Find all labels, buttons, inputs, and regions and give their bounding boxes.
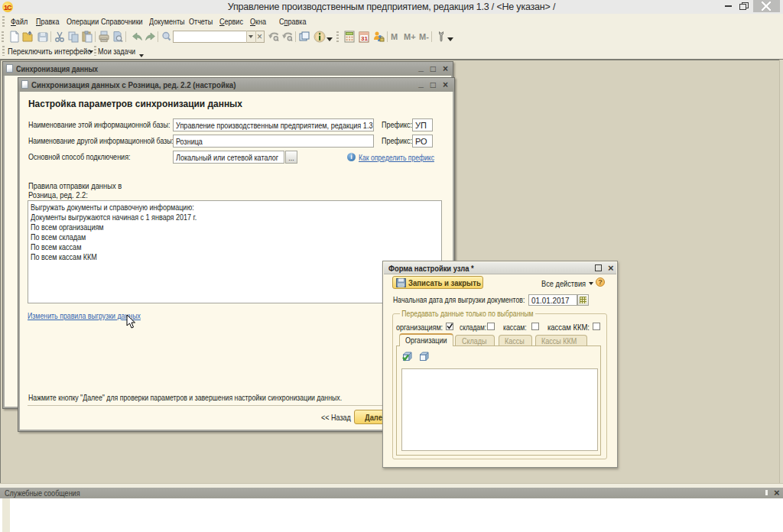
svg-text:31: 31 — [361, 35, 368, 42]
